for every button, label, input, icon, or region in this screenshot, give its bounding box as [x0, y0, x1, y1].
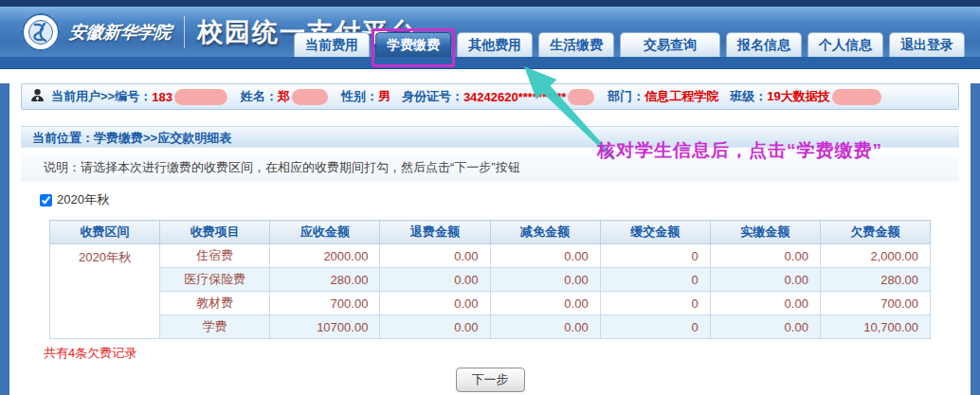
user-id-label: 当前用户>>编号： — [51, 88, 152, 105]
redaction — [174, 89, 227, 105]
col-header-period: 收费区间 — [50, 221, 160, 244]
tab-current-fees[interactable]: 当前费用 — [294, 32, 370, 57]
refund-cell: 0.00 — [380, 315, 490, 339]
refund-cell: 0.00 — [380, 268, 490, 292]
period-checkbox-row: 2020年秋 — [40, 188, 971, 212]
table-row: 2020年秋 住宿费 2000.00 0.00 0.00 0 0.00 2,00… — [50, 244, 931, 268]
item-cell: 医疗保险费 — [160, 268, 270, 292]
table-row: 学费 10700.00 0.00 0.00 0 0.00 10,700.00 — [50, 315, 931, 339]
table-row: 医疗保险费 280.00 0.00 0.00 0 0.00 280.00 — [50, 268, 931, 292]
col-header-reduction: 减免金额 — [490, 221, 600, 244]
due-cell: 280.00 — [270, 268, 380, 292]
col-header-deferred: 缓交金额 — [600, 221, 710, 244]
table-header-row: 收费区间 收费项目 应收金额 退费金额 减免金额 缓交金额 实缴金额 欠费金额 — [50, 221, 931, 244]
user-class-label: 班级： — [730, 88, 767, 105]
period-cell: 2020年秋 — [50, 244, 160, 339]
header-sub-bar — [0, 57, 980, 69]
user-name-value: 郑 — [278, 88, 290, 105]
header: 安徽新华学院 校园统一支付平台 当前费用 学费缴费 其他费用 生活缴费 交易查询… — [0, 7, 980, 57]
due-cell: 10700.00 — [270, 315, 380, 339]
item-cell: 住宿费 — [160, 244, 270, 268]
tab-living-payment[interactable]: 生活缴费 — [538, 32, 614, 57]
col-header-due: 应收金额 — [270, 221, 380, 244]
user-dept-value: 信息工程学院 — [644, 88, 718, 105]
paid-cell: 0.00 — [710, 244, 820, 268]
arrears-cell: 2,000.00 — [820, 244, 930, 268]
nav-tabs: 当前费用 学费缴费 其他费用 生活缴费 交易查询 报名信息 个人信息 退出登录 — [294, 32, 965, 57]
user-idcard-value: 34242620********** — [463, 90, 566, 104]
deferred-cell: 0 — [600, 292, 710, 315]
user-gender-label: 性别： — [341, 88, 378, 105]
paid-cell: 0.00 — [710, 268, 820, 292]
table-row: 教材费 700.00 0.00 0.00 0 0.00 700.00 — [50, 292, 931, 315]
due-cell: 2000.00 — [270, 244, 380, 268]
tab-other-fees[interactable]: 其他费用 — [457, 32, 533, 57]
user-info-bar: 当前用户>>编号：183 姓名：郑 性别：男 身份证号：34242620****… — [21, 83, 959, 110]
due-cell: 700.00 — [270, 292, 380, 315]
school-name: 安徽新华学院 — [68, 21, 173, 44]
period-checkbox[interactable] — [40, 194, 52, 206]
item-cell: 学费 — [160, 315, 270, 339]
main-content: 当前用户>>编号：183 姓名：郑 性别：男 身份证号：34242620****… — [0, 83, 980, 395]
item-cell: 教材费 — [160, 292, 270, 315]
arrears-cell: 10,700.00 — [820, 315, 930, 339]
col-header-refund: 退费金额 — [380, 221, 490, 244]
paid-cell: 0.00 — [710, 292, 820, 315]
arrears-summary: 共有4条欠费记录 — [44, 345, 971, 362]
tab-registration-info[interactable]: 报名信息 — [726, 32, 802, 57]
reduction-cell: 0.00 — [490, 268, 600, 292]
col-header-arrears: 欠费金额 — [820, 221, 930, 244]
col-header-item: 收费项目 — [160, 221, 270, 244]
redaction — [292, 89, 328, 105]
arrears-cell: 280.00 — [820, 268, 930, 292]
reduction-cell: 0.00 — [490, 315, 600, 339]
paid-cell: 0.00 — [710, 315, 820, 339]
next-step-button[interactable]: 下一步 — [456, 368, 525, 392]
school-logo-icon — [21, 12, 61, 52]
deferred-cell: 0 — [600, 244, 710, 268]
arrears-cell: 700.00 — [820, 292, 930, 315]
tab-personal-info[interactable]: 个人信息 — [808, 32, 883, 57]
fees-table: 收费区间 收费项目 应收金额 退费金额 减免金额 缓交金额 实缴金额 欠费金额 … — [49, 220, 931, 339]
deferred-cell: 0 — [600, 315, 710, 339]
brand-divider — [184, 16, 185, 48]
redaction — [832, 89, 881, 105]
redaction — [568, 89, 594, 105]
instruction-text: 说明：请选择本次进行缴费的收费区间，在相应的收费期间打勾，然后点击“下一步”按钮 — [21, 153, 959, 182]
button-row: 下一步 — [9, 368, 971, 392]
top-strip — [0, 0, 980, 7]
refund-cell: 0.00 — [380, 244, 490, 268]
user-avatar-icon — [29, 87, 45, 106]
breadcrumb: 当前位置：学费缴费>>应交款明细表 — [21, 126, 959, 148]
col-header-paid: 实缴金额 — [710, 221, 820, 244]
deferred-cell: 0 — [600, 268, 710, 292]
tab-transaction-query[interactable]: 交易查询 — [620, 32, 720, 57]
user-class-value: 19大数据技 — [767, 88, 829, 105]
period-checkbox-label[interactable]: 2020年秋 — [57, 191, 109, 208]
user-dept-label: 部门： — [608, 88, 644, 105]
reduction-cell: 0.00 — [490, 292, 600, 315]
reduction-cell: 0.00 — [490, 244, 600, 268]
user-gender-value: 男 — [378, 88, 390, 105]
user-idcard-label: 身份证号： — [402, 88, 463, 105]
refund-cell: 0.00 — [380, 292, 490, 315]
user-id-value: 183 — [152, 90, 172, 104]
user-name-label: 姓名： — [241, 88, 278, 105]
tab-tuition-payment[interactable]: 学费缴费 — [375, 32, 451, 57]
tab-logout[interactable]: 退出登录 — [889, 32, 965, 57]
